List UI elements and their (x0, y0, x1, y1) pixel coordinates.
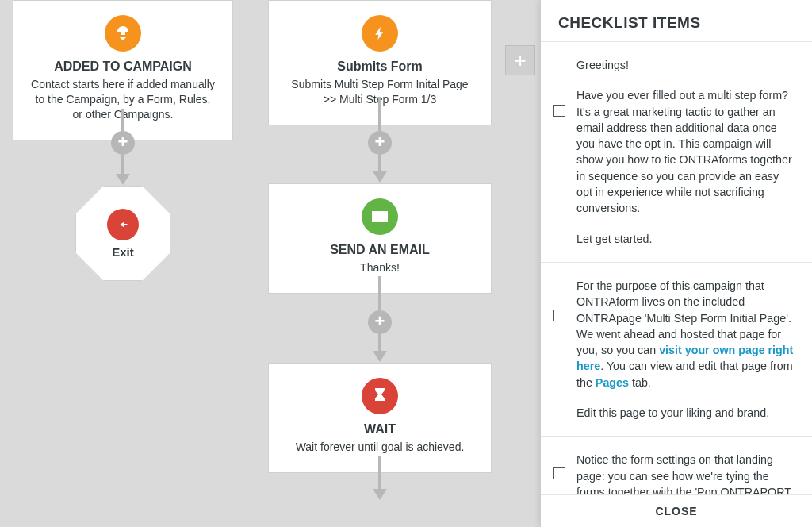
email-icon (362, 198, 398, 235)
connector-line (378, 97, 381, 131)
hand-icon (107, 209, 139, 240)
checklist-text: Notice the form settings on that landing… (576, 452, 795, 494)
node-title: Exit (112, 245, 134, 259)
add-goal-button[interactable]: + (505, 45, 535, 75)
add-step-button[interactable]: + (368, 310, 392, 334)
checklist-item: For the purpose of this campaign that ON… (541, 263, 812, 437)
checklist-text: Greetings! (576, 57, 795, 73)
checklist-body: Greetings! Have you ever filled out a mu… (541, 42, 812, 494)
checkbox[interactable] (553, 105, 565, 117)
arrow-down-icon (105, 15, 141, 52)
arrow-down-icon (116, 174, 130, 185)
connector-line (378, 155, 381, 172)
arrow-down-icon (373, 489, 387, 500)
arrow-down-icon (373, 171, 387, 183)
bolt-icon (362, 15, 398, 52)
node-title: ADDED TO CAMPAIGN (29, 60, 216, 74)
checklist-panel: CHECKLIST ITEMS Greetings! Have you ever… (540, 0, 812, 527)
pages-tab-link[interactable]: Pages (596, 376, 629, 389)
connector-line (378, 456, 381, 490)
connector-line (378, 334, 381, 352)
connector-line (121, 155, 124, 175)
node-desc: Wait forever until goal is achieved. (285, 440, 475, 455)
node-title: Submits Form (285, 60, 475, 74)
node-desc: Thanks! (285, 260, 475, 275)
checklist-item: Greetings! Have you ever filled out a mu… (541, 42, 812, 263)
hourglass-icon (362, 378, 398, 414)
checklist-text: Let get started. (576, 231, 795, 247)
checklist-text: Edit this page to your liking and brand. (576, 405, 795, 421)
add-step-button[interactable]: + (111, 131, 135, 155)
close-button[interactable]: CLOSE (541, 494, 812, 527)
checklist-text: Have you ever filled out a multi step fo… (576, 87, 795, 216)
arrow-down-icon (373, 351, 387, 362)
panel-title: CHECKLIST ITEMS (541, 0, 812, 42)
node-title: WAIT (285, 422, 475, 437)
checklist-item: Notice the form settings on that landing… (541, 437, 812, 494)
checklist-text: For the purpose of this campaign that ON… (576, 278, 795, 390)
campaign-canvas[interactable]: ADDED TO CAMPAIGN Contact starts here if… (0, 0, 540, 527)
checkbox[interactable] (553, 467, 565, 479)
node-exit[interactable]: Exit (75, 186, 170, 281)
add-step-button[interactable]: + (368, 131, 392, 155)
connector-line (121, 109, 124, 131)
node-title: SEND AN EMAIL (285, 243, 475, 257)
connector-line (378, 276, 381, 310)
checkbox[interactable] (553, 310, 565, 321)
